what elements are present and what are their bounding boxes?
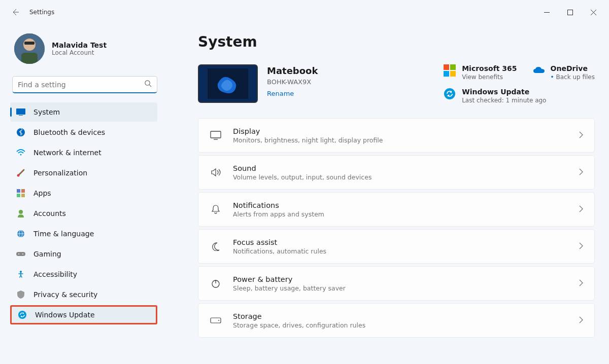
card-title: Storage — [233, 312, 579, 320]
bluetooth-icon — [16, 128, 25, 137]
shield-icon — [16, 290, 25, 299]
chevron-right-icon — [579, 205, 583, 214]
nav-time[interactable]: Time & language — [10, 224, 157, 243]
profile-block[interactable]: Malavida Test Local Account — [10, 24, 165, 76]
svg-rect-17 — [21, 189, 25, 193]
nav-system[interactable]: System — [10, 102, 157, 122]
update-icon — [444, 88, 456, 100]
microsoft-365-item[interactable]: Microsoft 365 View benefits — [444, 64, 517, 81]
card-sub: Notifications, automatic rules — [233, 247, 579, 255]
back-button[interactable] — [10, 7, 20, 17]
chevron-right-icon — [579, 131, 583, 140]
minimize-button[interactable] — [535, 4, 558, 20]
svg-rect-24 — [16, 252, 25, 256]
nav-gaming[interactable]: Gaming — [10, 244, 157, 264]
nav-label: Gaming — [33, 250, 61, 258]
storage-icon — [210, 317, 222, 323]
search-box[interactable] — [12, 76, 157, 93]
cloud-sub: Back up files — [551, 74, 595, 81]
brush-icon — [16, 168, 25, 177]
chevron-right-icon — [579, 316, 583, 325]
moon-icon — [210, 242, 222, 251]
cloud-title: Microsoft 365 — [462, 64, 517, 72]
svg-point-30 — [444, 88, 455, 99]
cloud-title: Windows Update — [462, 88, 546, 96]
card-sub: Sleep, battery usage, battery saver — [233, 284, 579, 292]
gamepad-icon — [16, 249, 25, 259]
device-model: BOHK-WAX9X — [267, 78, 318, 86]
nav-accessibility[interactable]: Accessibility — [10, 265, 157, 284]
sidebar: Malavida Test Local Account System Bluet… — [0, 24, 167, 364]
nav-label: Accessibility — [33, 270, 77, 278]
microsoft-logo-icon — [444, 64, 456, 77]
svg-rect-11 — [19, 115, 23, 116]
nav-windows-update[interactable]: Windows Update — [10, 305, 157, 324]
svg-point-36 — [218, 320, 219, 321]
card-title: Notifications — [233, 201, 579, 209]
system-icon — [16, 107, 25, 117]
nav-accounts[interactable]: Accounts — [10, 204, 157, 223]
card-title: Sound — [233, 164, 579, 172]
card-power[interactable]: Power & batterySleep, battery usage, bat… — [198, 266, 595, 301]
cloud-sub: View benefits — [462, 74, 517, 81]
svg-rect-10 — [16, 108, 25, 115]
svg-point-20 — [19, 210, 23, 214]
cloud-sub: Last checked: 1 minute ago — [462, 97, 546, 104]
update-icon — [18, 310, 27, 319]
nav-bluetooth[interactable]: Bluetooth & devices — [10, 123, 157, 142]
card-display[interactable]: DisplayMonitors, brightness, night light… — [198, 118, 595, 153]
svg-point-13 — [20, 154, 22, 156]
svg-point-15 — [17, 174, 20, 177]
wifi-icon — [16, 148, 25, 157]
accessibility-icon — [16, 270, 25, 279]
nav-label: System — [33, 108, 60, 116]
search-input[interactable] — [18, 81, 144, 89]
card-sub: Volume levels, output, input, sound devi… — [233, 173, 579, 181]
card-focus[interactable]: Focus assistNotifications, automatic rul… — [198, 229, 595, 264]
device-name: Matebook — [267, 65, 318, 76]
svg-rect-31 — [211, 131, 221, 138]
nav-label: Personalization — [33, 169, 87, 177]
content-area: System Matebook BOHK-WAX9X Rename Micros… — [167, 24, 609, 364]
svg-point-8 — [145, 81, 150, 85]
svg-point-28 — [18, 311, 26, 319]
person-icon — [16, 209, 25, 218]
globe-icon — [16, 229, 25, 238]
card-title: Display — [233, 127, 579, 135]
svg-rect-16 — [17, 189, 20, 193]
chevron-right-icon — [579, 168, 583, 177]
card-storage[interactable]: StorageStorage space, drives, configurat… — [198, 303, 595, 338]
cloud-icon — [532, 64, 545, 77]
rename-link[interactable]: Rename — [267, 90, 318, 97]
profile-name: Malavida Test — [52, 41, 107, 49]
nav-personalization[interactable]: Personalization — [10, 163, 157, 183]
card-sub: Monitors, brightness, night light, displ… — [233, 136, 579, 144]
nav-label: Bluetooth & devices — [33, 128, 105, 136]
nav-network[interactable]: Network & internet — [10, 143, 157, 162]
card-sub: Alerts from apps and system — [233, 210, 579, 218]
nav-label: Privacy & security — [33, 290, 97, 299]
nav-privacy[interactable]: Privacy & security — [10, 285, 157, 304]
windows-update-status[interactable]: Windows Update Last checked: 1 minute ag… — [444, 88, 595, 104]
app-title: Settings — [29, 9, 54, 16]
device-info-row: Matebook BOHK-WAX9X Rename Microsoft 365… — [198, 64, 595, 104]
display-icon — [210, 131, 222, 140]
close-button[interactable] — [582, 4, 605, 20]
svg-rect-6 — [24, 42, 35, 45]
sound-icon — [210, 168, 222, 177]
device-block: Matebook BOHK-WAX9X Rename — [198, 64, 318, 103]
onedrive-item[interactable]: OneDrive Back up files — [532, 64, 595, 81]
card-sound[interactable]: SoundVolume levels, output, input, sound… — [198, 155, 595, 190]
search-icon — [144, 80, 152, 89]
svg-point-26 — [22, 253, 23, 254]
profile-subtitle: Local Account — [52, 49, 107, 56]
nav-apps[interactable]: Apps — [10, 184, 157, 203]
nav-label: Windows Update — [35, 311, 95, 319]
svg-point-25 — [18, 253, 19, 254]
svg-line-9 — [149, 85, 151, 87]
card-notifications[interactable]: NotificationsAlerts from apps and system — [198, 192, 595, 227]
apps-icon — [16, 189, 25, 198]
avatar — [14, 33, 45, 64]
maximize-button[interactable] — [558, 4, 582, 20]
card-title: Power & battery — [233, 275, 579, 283]
